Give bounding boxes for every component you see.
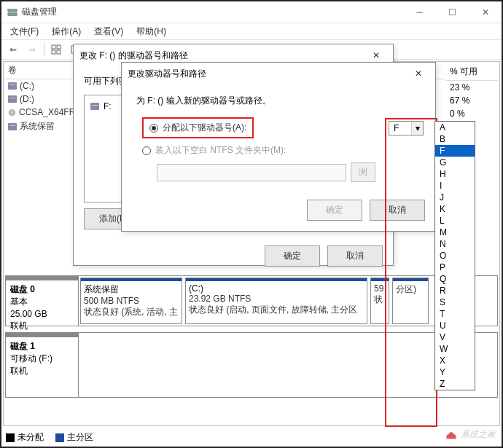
dropdown-item-T[interactable]: T	[435, 308, 475, 320]
minimize-button[interactable]: ─	[403, 1, 436, 23]
dlg1-list-item-label: F:	[104, 101, 112, 111]
toolbar-separator	[44, 43, 44, 56]
disk-label: 磁盘 1可移动 (F:)联机	[6, 333, 79, 397]
legend: 未分配 主分区	[6, 431, 93, 444]
disk-status: 联机	[10, 365, 74, 377]
menu-help[interactable]: 帮助(H)	[130, 24, 172, 39]
dropdown-item-Y[interactable]: Y	[435, 366, 475, 378]
dropdown-item-K[interactable]: K	[435, 203, 475, 215]
dropdown-item-X[interactable]: X	[435, 355, 475, 366]
partition-box[interactable]: 分区)	[392, 278, 429, 324]
dropdown-item-I[interactable]: I	[435, 180, 475, 192]
svg-rect-0	[8, 9, 17, 12]
mount-radio[interactable]	[142, 146, 151, 155]
dropdown-item-A[interactable]: A	[435, 122, 475, 133]
assign-letter-row[interactable]: 分配以下驱动器号(A): F ▾	[136, 117, 421, 138]
pct-header[interactable]: % 可用	[445, 63, 498, 81]
dlg2-body: 为 F: () 输入新的驱动器号或路径。 分配以下驱动器号(A): F ▾ 装入…	[122, 85, 435, 192]
forward-button[interactable]: ⇒	[23, 41, 41, 58]
volume-header-name[interactable]: 卷	[8, 64, 66, 76]
pct-value: 67 %	[445, 94, 498, 107]
disk-row: 磁盘 0基本25.00 GB联机系统保留500 MB NTFS状态良好 (系统,…	[5, 275, 498, 326]
watermark: 系统之家	[445, 428, 496, 441]
menu-file[interactable]: 文件(F)	[4, 24, 44, 39]
partition-name: 系统保留	[84, 283, 179, 296]
pct-value: 23 %	[445, 81, 498, 94]
volume-name: (C:)	[20, 81, 34, 91]
mount-label: 装入以下空白 NTFS 文件夹中(M):	[155, 144, 286, 157]
dropdown-item-B[interactable]: B	[435, 133, 475, 145]
dropdown-item-H[interactable]: H	[435, 168, 475, 180]
partition-box[interactable]: (C:)23.92 GB NTFS状态良好 (启动, 页面文件, 故障转储, 主…	[185, 278, 367, 324]
assign-radio[interactable]	[149, 124, 158, 133]
dropdown-item-Q[interactable]: Q	[435, 273, 475, 285]
browse-button: 浏	[351, 162, 375, 182]
disk-row: 磁盘 1可移动 (F:)联机	[5, 332, 498, 398]
disc-icon	[8, 109, 16, 117]
main-titlebar: 磁盘管理 ─ ☐ ✕	[1, 1, 502, 23]
disk-label: 磁盘 0基本25.00 GB联机	[6, 276, 79, 326]
drive-icon	[8, 82, 17, 90]
dropdown-item-N[interactable]: N	[435, 238, 475, 250]
partition-name: (C:)	[189, 283, 364, 294]
legend-unallocated: 未分配	[6, 431, 44, 444]
close-button[interactable]: ✕	[469, 1, 502, 23]
disk-label: 磁盘 0	[10, 283, 74, 296]
dropdown-item-S[interactable]: S	[435, 296, 475, 308]
legend-unalloc-label: 未分配	[17, 431, 44, 444]
change-letter-dialog: 更改驱动器号和路径 ✕ 为 F: () 输入新的驱动器号或路径。 分配以下驱动器…	[121, 62, 436, 232]
dropdown-item-O[interactable]: O	[435, 250, 475, 262]
partition-size: 59	[374, 283, 386, 294]
menu-action[interactable]: 操作(A)	[46, 24, 87, 39]
mount-folder-row[interactable]: 装入以下空白 NTFS 文件夹中(M):	[136, 144, 421, 157]
partition-box[interactable]: 系统保留500 MB NTFS状态良好 (系统, 活动, 主	[80, 278, 182, 324]
dlg1-cancel-button[interactable]: 取消	[327, 245, 383, 267]
volume-name: (D:)	[20, 94, 34, 104]
window-title: 磁盘管理	[7, 6, 403, 18]
assign-label: 分配以下驱动器号(A):	[163, 122, 246, 134]
partition-status: 状态良好 (系统, 活动, 主	[84, 306, 179, 318]
dlg1-ok-button[interactable]: 确定	[265, 245, 320, 267]
dropdown-item-M[interactable]: M	[435, 227, 475, 238]
volume-name: 系统保留	[20, 120, 55, 133]
menu-view[interactable]: 查看(V)	[88, 24, 129, 39]
dropdown-item-F[interactable]: F	[435, 145, 475, 157]
dropdown-item-R[interactable]: R	[435, 285, 475, 296]
assign-highlight: 分配以下驱动器号(A):	[142, 117, 254, 138]
window-controls: ─ ☐ ✕	[403, 1, 502, 23]
window-title-text: 磁盘管理	[22, 6, 57, 18]
house-icon	[445, 430, 458, 440]
dropdown-item-Z[interactable]: Z	[435, 378, 475, 390]
partition-size: 23.92 GB NTFS	[189, 294, 364, 304]
svg-rect-2	[52, 45, 55, 49]
dropdown-item-J[interactable]: J	[435, 192, 475, 203]
dropdown-item-V[interactable]: V	[435, 331, 475, 343]
svg-rect-4	[52, 50, 55, 54]
letter-select[interactable]: F ▾	[389, 121, 424, 135]
dropdown-item-U[interactable]: U	[435, 320, 475, 331]
letter-select-value: F	[389, 123, 411, 133]
disk-type: 基本	[10, 296, 74, 308]
dropdown-item-L[interactable]: L	[435, 215, 475, 227]
disk-size: 25.00 GB	[10, 308, 74, 321]
partition-size: 分区)	[396, 283, 425, 296]
refresh-button[interactable]	[47, 41, 65, 58]
dlg2-ok-button[interactable]: 确定	[307, 200, 362, 221]
partition-box[interactable]: 59状	[370, 278, 389, 324]
dlg2-instruction: 为 F: () 输入新的驱动器号或路径。	[136, 95, 421, 107]
svg-rect-5	[57, 50, 61, 54]
drive-icon	[8, 95, 17, 103]
dropdown-item-W[interactable]: W	[435, 343, 475, 355]
dlg2-close-button[interactable]: ✕	[408, 63, 429, 85]
chevron-down-icon: ▾	[411, 122, 423, 135]
dropdown-item-G[interactable]: G	[435, 157, 475, 168]
disk-type: 可移动 (F:)	[10, 353, 74, 365]
maximize-button[interactable]: ☐	[436, 1, 469, 23]
volume-name: CCSA_X64FR	[19, 107, 75, 117]
back-button[interactable]: ⇐	[4, 41, 22, 58]
partition-status: 状	[374, 294, 386, 306]
dlg2-cancel-button[interactable]: 取消	[370, 200, 425, 221]
dropdown-item-P[interactable]: P	[435, 262, 475, 273]
letter-dropdown[interactable]: ABFGHIJKLMNOPQRSTUVWXYZ	[434, 121, 475, 390]
pct-value: 0 %	[445, 107, 498, 120]
